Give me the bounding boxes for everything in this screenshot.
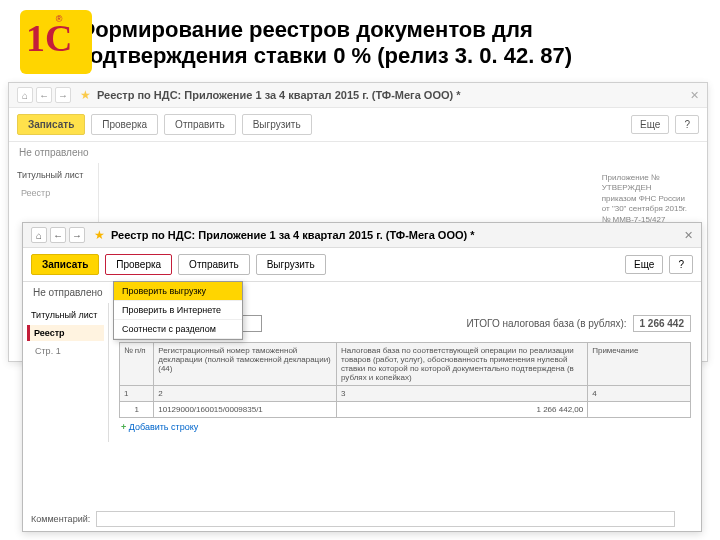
more-button[interactable]: Еще	[625, 255, 663, 274]
titlebar-front: ⌂ ← → ★ Реестр по НДС: Приложение 1 за 4…	[23, 223, 701, 248]
star-icon[interactable]: ★	[94, 228, 105, 242]
toolbar-front: Записать Проверка Отправить Выгрузить Ещ…	[23, 248, 701, 282]
export-button[interactable]: Выгрузить	[256, 254, 326, 275]
check-dropdown: Проверить выгрузку Проверить в Интернете…	[113, 281, 243, 340]
th-num: № п/п	[120, 343, 154, 386]
sidebar-title-sheet[interactable]: Титульный лист	[27, 307, 104, 323]
check-button[interactable]: Проверка	[91, 114, 158, 135]
slide-header: 1C ® Формирование реестров документов дл…	[0, 0, 720, 82]
op-sum-label: ИТОГО налоговая база (в рублях):	[466, 318, 626, 329]
slide-title: Формирование реестров документов для под…	[76, 17, 704, 70]
forward-icon[interactable]: →	[55, 87, 71, 103]
send-button[interactable]: Отправить	[178, 254, 250, 275]
window-front: ⌂ ← → ★ Реестр по НДС: Приложение 1 за 4…	[22, 222, 702, 532]
send-button[interactable]: Отправить	[164, 114, 236, 135]
more-button[interactable]: Еще	[631, 115, 669, 134]
back-icon[interactable]: ←	[50, 227, 66, 243]
th-regnum: Регистрационный номер таможенной деклара…	[154, 343, 337, 386]
home-icon[interactable]: ⌂	[31, 227, 47, 243]
record-button[interactable]: Записать	[31, 254, 99, 275]
star-icon[interactable]: ★	[80, 88, 91, 102]
th-base: Налоговая база по соответствующей операц…	[336, 343, 587, 386]
record-button[interactable]: Записать	[17, 114, 85, 135]
close-icon[interactable]: ✕	[684, 229, 693, 242]
logo-1c: 1C ®	[16, 8, 68, 78]
add-row-link[interactable]: + Добавить строку	[119, 418, 691, 436]
op-sum-value: 1 266 442	[633, 315, 692, 332]
toolbar-back: Записать Проверка Отправить Выгрузить Ещ…	[9, 108, 707, 142]
help-button[interactable]: ?	[669, 255, 693, 274]
registry-table: № п/п Регистрационный номер таможенной д…	[119, 342, 691, 418]
back-icon[interactable]: ←	[36, 87, 52, 103]
th-note: Примечание	[588, 343, 691, 386]
comments-label: Комментарий:	[31, 514, 90, 524]
sidebar-title-sheet[interactable]: Титульный лист	[13, 167, 94, 183]
forward-icon[interactable]: →	[69, 227, 85, 243]
comments-input[interactable]	[96, 511, 675, 527]
dd-check-internet[interactable]: Проверить в Интернете	[114, 301, 242, 320]
close-icon[interactable]: ✕	[690, 89, 699, 102]
sidebar-registry[interactable]: Реестр	[13, 185, 94, 201]
table-row[interactable]: 1 10129000/160015/0009835/1 1 266 442,00	[120, 402, 691, 418]
dd-correlate[interactable]: Соотнести с разделом	[114, 320, 242, 339]
sidebar-registry[interactable]: Реестр	[27, 325, 104, 341]
sidebar-front: Титульный лист Реестр Стр. 1	[23, 303, 109, 442]
dd-check-export[interactable]: Проверить выгрузку	[114, 282, 242, 301]
help-button[interactable]: ?	[675, 115, 699, 134]
status-back: Не отправлено	[9, 142, 707, 163]
check-button[interactable]: Проверка	[105, 254, 172, 275]
window-title-back: Реестр по НДС: Приложение 1 за 4 квартал…	[97, 89, 690, 101]
comments-row: Комментарий:	[31, 511, 675, 527]
window-title-front: Реестр по НДС: Приложение 1 за 4 квартал…	[111, 229, 684, 241]
sidebar-page[interactable]: Стр. 1	[27, 343, 104, 359]
home-icon[interactable]: ⌂	[17, 87, 33, 103]
titlebar-back: ⌂ ← → ★ Реестр по НДС: Приложение 1 за 4…	[9, 83, 707, 108]
export-button[interactable]: Выгрузить	[242, 114, 312, 135]
